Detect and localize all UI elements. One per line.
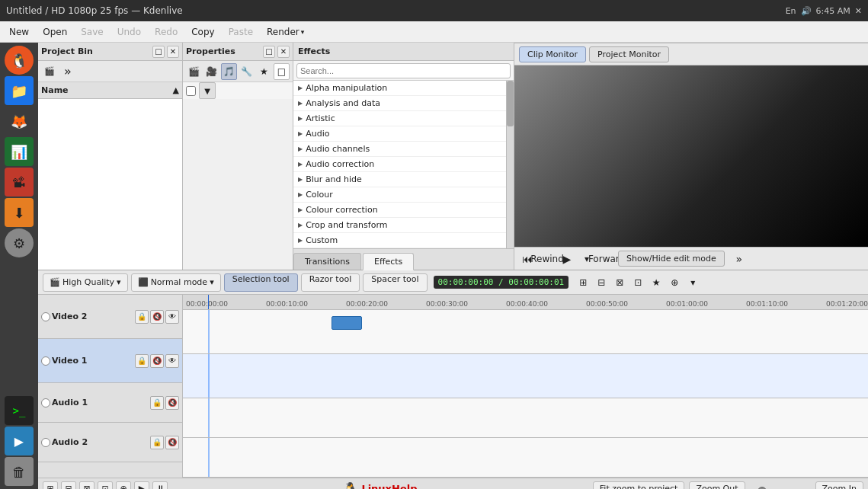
track-lock-video2[interactable]: 🔒 bbox=[135, 310, 149, 324]
terminal-icon[interactable]: >_ bbox=[5, 396, 34, 425]
fit-zoom-btn[interactable]: Fit zoom to project bbox=[593, 481, 685, 489]
effects-category-colour-correction[interactable]: ▶ Colour correction bbox=[293, 203, 506, 218]
track-lock-audio2[interactable]: 🔒 bbox=[150, 436, 164, 449]
tab-project-monitor[interactable]: Project Monitor bbox=[589, 46, 669, 62]
play-btn[interactable]: ▶ bbox=[559, 251, 575, 267]
volume-icon[interactable]: 🔊 bbox=[801, 6, 812, 16]
track-radio-video1[interactable] bbox=[41, 356, 50, 366]
menu-redo[interactable]: Redo bbox=[149, 24, 184, 40]
snap-icon[interactable]: ⊕ bbox=[666, 274, 683, 291]
zoom-out-btn[interactable]: Zoom Out bbox=[689, 481, 745, 489]
effects-scrollbar[interactable] bbox=[506, 81, 514, 248]
razor-tool-btn[interactable]: Razor tool bbox=[301, 273, 360, 292]
expand-icon[interactable]: » bbox=[731, 251, 748, 267]
settings-icon[interactable]: ⚙ bbox=[5, 229, 34, 257]
properties-close-icon[interactable]: ✕ bbox=[277, 46, 290, 58]
track-lock-audio1[interactable]: 🔒 bbox=[150, 396, 164, 410]
close-icon[interactable]: ✕ bbox=[855, 6, 862, 16]
track-mute-video1[interactable]: 🔇 bbox=[150, 354, 164, 368]
track-row-audio1 bbox=[183, 398, 868, 438]
track-mute-audio1[interactable]: 🔇 bbox=[165, 396, 179, 410]
track-controls-video2: 🔒 🔇 👁 bbox=[135, 310, 179, 324]
project-bin-close-icon[interactable]: ✕ bbox=[167, 46, 179, 58]
firefox-icon[interactable]: 🦊 bbox=[5, 107, 34, 136]
track-hide-video2[interactable]: 👁 bbox=[165, 310, 179, 324]
ubuntu-icon[interactable]: 🐧 bbox=[5, 46, 34, 75]
tab-clip-monitor[interactable]: Clip Monitor bbox=[519, 46, 586, 62]
menu-open[interactable]: Open bbox=[37, 24, 73, 40]
timeline-tracks: 00:00:00:00 00:00:10:00 00:00:20:00 00:0… bbox=[183, 295, 868, 478]
tab-effects[interactable]: Effects bbox=[363, 253, 414, 270]
track-radio-video2[interactable] bbox=[41, 312, 50, 321]
prop-audio-icon[interactable]: 🎵 bbox=[221, 63, 237, 80]
show-hide-edit-mode-btn[interactable]: Show/Hide edit mode bbox=[618, 251, 725, 267]
menu-new[interactable]: New bbox=[3, 24, 35, 40]
prop-star-icon[interactable]: ★ bbox=[256, 63, 272, 80]
menu-copy[interactable]: Copy bbox=[185, 24, 220, 40]
bin-expand-icon[interactable]: » bbox=[59, 63, 76, 80]
overwrite-clip-icon[interactable]: ⊟ bbox=[593, 274, 610, 291]
rewind-btn[interactable]: Rewind bbox=[539, 251, 556, 267]
menu-paste[interactable]: Paste bbox=[223, 24, 259, 40]
prop-empty-icon[interactable]: □ bbox=[274, 63, 290, 80]
effects-category-crop[interactable]: ▶ Crop and transform bbox=[293, 218, 506, 233]
tl-btn-2[interactable]: ⊟ bbox=[61, 481, 76, 490]
track-mute-audio2[interactable]: 🔇 bbox=[165, 436, 179, 449]
trash-icon[interactable]: 🗑 bbox=[5, 457, 34, 486]
track-mute-video2[interactable]: 🔇 bbox=[150, 310, 164, 324]
selection-tool-btn[interactable]: Selection tool bbox=[224, 273, 298, 292]
bin-film-icon[interactable]: 🎬 bbox=[41, 63, 58, 80]
update-icon[interactable]: ⬇ bbox=[5, 198, 34, 227]
effects-category-alpha[interactable]: ▶ Alpha manipulation bbox=[293, 81, 506, 96]
files-icon[interactable]: 📁 bbox=[5, 76, 34, 105]
add-marker-icon[interactable]: ★ bbox=[648, 274, 665, 291]
insert-clip-icon[interactable]: ⊞ bbox=[575, 274, 591, 291]
mode-button[interactable]: ⬛ Normal mode ▾ bbox=[131, 273, 221, 292]
prop-monitor-icon[interactable]: 🎥 bbox=[203, 63, 219, 80]
quality-arrow-icon: ▾ bbox=[117, 277, 121, 287]
effects-category-audio[interactable]: ▶ Audio bbox=[293, 126, 506, 142]
track-radio-audio2[interactable] bbox=[41, 438, 50, 447]
track-hide-video1[interactable]: 👁 bbox=[165, 354, 179, 368]
forward-btn[interactable]: Forward bbox=[598, 251, 615, 267]
effects-category-analysis[interactable]: ▶ Analysis and data bbox=[293, 96, 506, 111]
menu-undo[interactable]: Undo bbox=[111, 24, 147, 40]
tl-btn-4[interactable]: ⊡ bbox=[98, 481, 113, 490]
tab-transitions[interactable]: Transitions bbox=[293, 253, 361, 270]
more-options-icon[interactable]: ▾ bbox=[684, 274, 701, 291]
bin-sort-icon[interactable]: ▲ bbox=[173, 85, 179, 95]
spacer-tool-btn[interactable]: Spacer tool bbox=[363, 273, 427, 292]
prop-film-icon[interactable]: 🎬 bbox=[186, 63, 202, 80]
tl-btn-1[interactable]: ⊞ bbox=[43, 481, 58, 490]
track-radio-audio1[interactable] bbox=[41, 398, 50, 408]
effects-category-colour[interactable]: ▶ Colour bbox=[293, 187, 506, 203]
effects-category-artistic[interactable]: ▶ Artistic bbox=[293, 111, 506, 126]
category-arrow-icon: ▶ bbox=[298, 85, 303, 91]
prop-wrench-icon[interactable]: 🔧 bbox=[239, 63, 255, 80]
tl-btn-6[interactable]: ▶ bbox=[134, 481, 149, 490]
tl-btn-7[interactable]: ⏸ bbox=[152, 481, 168, 490]
tl-btn-5[interactable]: ⊕ bbox=[116, 481, 131, 490]
lift-clip-icon[interactable]: ⊡ bbox=[629, 274, 646, 291]
effects-category-audio-correction[interactable]: ▶ Audio correction bbox=[293, 157, 506, 172]
properties-scroll-down[interactable]: ▼ bbox=[199, 82, 216, 99]
impress-icon[interactable]: 📽 bbox=[5, 168, 34, 197]
clip-video2[interactable] bbox=[332, 316, 362, 330]
menu-save[interactable]: Save bbox=[75, 24, 109, 40]
extract-clip-icon[interactable]: ⊠ bbox=[611, 274, 628, 291]
calc-icon[interactable]: 📊 bbox=[5, 137, 34, 166]
quality-button[interactable]: 🎬 High Quality ▾ bbox=[43, 273, 128, 292]
project-bin-float-icon[interactable]: □ bbox=[152, 46, 165, 58]
properties-checkbox[interactable] bbox=[186, 86, 196, 96]
tl-btn-3[interactable]: ⊠ bbox=[79, 481, 94, 490]
effects-category-audio-channels[interactable]: ▶ Audio channels bbox=[293, 142, 506, 157]
menu-render[interactable]: Render ▾ bbox=[261, 24, 310, 40]
track-controls-audio1: 🔒 🔇 bbox=[150, 396, 179, 410]
zoom-in-btn[interactable]: Zoom In bbox=[815, 481, 863, 489]
kdenlive-icon[interactable]: ▶ bbox=[5, 427, 34, 455]
properties-float-icon[interactable]: □ bbox=[263, 46, 275, 58]
effects-search-input[interactable] bbox=[296, 63, 511, 78]
effects-category-custom[interactable]: ▶ Custom bbox=[293, 233, 506, 248]
effects-category-blur[interactable]: ▶ Blur and hide bbox=[293, 172, 506, 187]
track-lock-video1[interactable]: 🔒 bbox=[135, 354, 149, 368]
